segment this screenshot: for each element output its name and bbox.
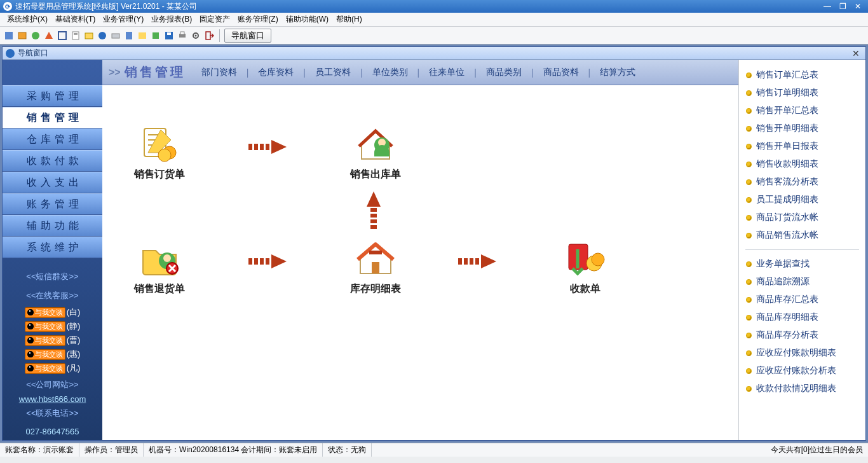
menu-assets[interactable]: 固定资产 — [196, 14, 234, 25]
breadcrumb-bar: >>销售管理 部门资料| 仓库资料| 员工资料| 单位类别| 往来单位| 商品类… — [102, 60, 738, 85]
phone-label: <<联系电话>> — [3, 404, 102, 423]
flow-stock-detail[interactable]: 库存明细表 — [337, 238, 414, 296]
svg-rect-36 — [254, 258, 258, 265]
tb-icon-5[interactable] — [57, 30, 68, 41]
svg-rect-6 — [74, 34, 78, 35]
svg-rect-29 — [370, 214, 377, 218]
menu-finance[interactable]: 账务管理(Z) — [234, 14, 281, 25]
tb-icon-8[interactable] — [97, 30, 108, 41]
r-sales-open-daily[interactable]: 销售开单日报表 — [744, 137, 860, 155]
bread-warehouse[interactable]: 仓库资料 — [255, 67, 297, 78]
nav-window: 导航窗口 ✕ 采购管理 销售管理 仓库管理 收款付款 收入支出 账务管理 辅助功… — [2, 46, 866, 441]
nav-warehouse[interactable]: 仓库管理 — [3, 128, 102, 150]
tb-exit-icon[interactable] — [203, 30, 215, 41]
arrow-up-icon — [366, 190, 381, 231]
tb-save-icon[interactable] — [163, 30, 175, 41]
right-panel-separator — [745, 249, 859, 250]
qq-contact-1[interactable]: 与我交谈(静) — [3, 319, 102, 333]
bread-goods-type[interactable]: 商品类别 — [483, 67, 525, 78]
tb-icon-10[interactable] — [123, 30, 135, 41]
r-arap-detail[interactable]: 应收应付账款明细表 — [744, 344, 860, 362]
r-sales-receipt-detail[interactable]: 销售收款明细表 — [744, 155, 860, 173]
nav-sales[interactable]: 销售管理 — [3, 107, 102, 128]
menu-reports[interactable]: 业务报表(B) — [147, 14, 196, 25]
nav-sysmaint[interactable]: 系统维护 — [3, 237, 102, 258]
flow-stock-detail-label: 库存明细表 — [337, 282, 414, 296]
r-stock-summary[interactable]: 商品库存汇总表 — [744, 291, 860, 308]
tb-print-icon[interactable] — [177, 30, 188, 41]
r-goods-order-journal[interactable]: 商品订货流水帐 — [744, 209, 860, 226]
tb-icon-4[interactable] — [43, 30, 55, 41]
r-sales-open-summary[interactable]: 销售开单汇总表 — [744, 102, 860, 120]
open-nav-window-button[interactable]: 导航窗口 — [224, 29, 271, 43]
menu-aux[interactable]: 辅助功能(W) — [282, 14, 332, 25]
svg-rect-39 — [372, 262, 379, 273]
flow-sales-order[interactable]: 销售订货单 — [121, 123, 198, 181]
r-stock-detail[interactable]: 商品库存明细表 — [744, 308, 860, 326]
tb-icon-12[interactable] — [150, 30, 161, 41]
qq-contact-0[interactable]: 与我交谈(白) — [3, 305, 102, 319]
r-stock-analysis[interactable]: 商品库存分析表 — [744, 326, 860, 344]
qq-contact-4[interactable]: 与我交谈(凡) — [3, 361, 102, 375]
svg-rect-5 — [74, 33, 78, 34]
nav-income-expense[interactable]: 收入支出 — [3, 172, 102, 193]
r-doc-search[interactable]: 业务单据查找 — [744, 255, 860, 273]
tb-icon-6[interactable] — [70, 30, 81, 41]
close-button[interactable]: ✕ — [851, 1, 865, 11]
svg-point-33 — [163, 254, 171, 262]
mdi-client: 导航窗口 ✕ 采购管理 销售管理 仓库管理 收款付款 收入支出 账务管理 辅助功… — [0, 45, 868, 443]
nav-accounting[interactable]: 账务管理 — [3, 193, 102, 215]
toolbar-separator — [219, 29, 220, 42]
flow-sales-out[interactable]: 销售出库单 — [337, 123, 414, 181]
r-goods-sales-journal[interactable]: 商品销售流水帐 — [744, 226, 860, 244]
r-arap-analysis[interactable]: 应收应付账款分析表 — [744, 362, 860, 380]
qq-contact-2[interactable]: 与我交谈(曹) — [3, 333, 102, 347]
r-goods-trace[interactable]: 商品追踪溯源 — [744, 273, 860, 291]
menu-system[interactable]: 系统维护(X) — [3, 14, 51, 25]
nav-window-close-button[interactable]: ✕ — [850, 48, 862, 59]
svg-rect-42 — [464, 258, 468, 265]
bread-staff[interactable]: 员工资料 — [312, 67, 354, 78]
r-sales-order-detail[interactable]: 销售订单明细表 — [744, 84, 860, 102]
nav-receipt-pay[interactable]: 收款付款 — [3, 150, 102, 172]
status-state: 状态：无狗 — [323, 443, 372, 457]
tb-icon-1[interactable] — [3, 30, 15, 41]
menu-business[interactable]: 业务管理(Y) — [99, 14, 147, 25]
flow-receipt[interactable]: 收款单 — [547, 238, 623, 296]
r-sales-order-summary[interactable]: 销售订单汇总表 — [744, 66, 860, 84]
bread-settle[interactable]: 结算方式 — [597, 67, 639, 78]
svg-rect-3 — [58, 32, 66, 39]
menu-help[interactable]: 帮助(H) — [332, 14, 366, 25]
bread-unit-type[interactable]: 单位类别 — [369, 67, 411, 78]
restore-button[interactable]: ❐ — [836, 1, 850, 11]
nav-aux[interactable]: 辅助功能 — [3, 215, 102, 237]
tb-icon-9[interactable] — [110, 30, 121, 41]
svg-point-21 — [158, 149, 171, 162]
bread-dept[interactable]: 部门资料 — [198, 67, 240, 78]
r-sales-traffic[interactable]: 销售客流分析表 — [744, 173, 860, 191]
tb-icon-11[interactable] — [137, 30, 148, 41]
tb-icon-2[interactable] — [17, 30, 28, 41]
tb-icon-7[interactable] — [83, 30, 95, 41]
company-site-label: <<公司网站>> — [3, 375, 102, 394]
tb-icon-3[interactable] — [30, 30, 41, 41]
company-site-link[interactable]: www.hbst666.com — [19, 394, 86, 404]
r-staff-commission[interactable]: 员工提成明细表 — [744, 191, 860, 209]
flow-sales-return[interactable]: 销售退货单 — [121, 238, 198, 296]
minimize-button[interactable]: — — [820, 1, 834, 11]
svg-rect-43 — [470, 258, 473, 265]
nav-purchase[interactable]: 采购管理 — [3, 85, 102, 107]
r-sales-open-detail[interactable]: 销售开单明细表 — [744, 120, 860, 137]
document-edit-icon — [139, 123, 180, 164]
qq-contact-3[interactable]: 与我交谈(惠) — [3, 347, 102, 361]
app-icon: ⟳ — [3, 2, 12, 11]
svg-rect-37 — [260, 258, 264, 265]
bread-goods[interactable]: 商品资料 — [540, 67, 582, 78]
r-paydue-detail[interactable]: 收款付款情况明细表 — [744, 380, 860, 397]
bread-partners[interactable]: 往来单位 — [426, 67, 468, 78]
svg-point-17 — [195, 34, 197, 36]
center-panel: >>销售管理 部门资料| 仓库资料| 员工资料| 单位类别| 往来单位| 商品类… — [102, 60, 738, 440]
sms-link[interactable]: <<短信群发>> — [3, 267, 102, 286]
tb-settings-icon[interactable] — [190, 30, 201, 41]
menu-basic[interactable]: 基础资料(T) — [51, 14, 99, 25]
